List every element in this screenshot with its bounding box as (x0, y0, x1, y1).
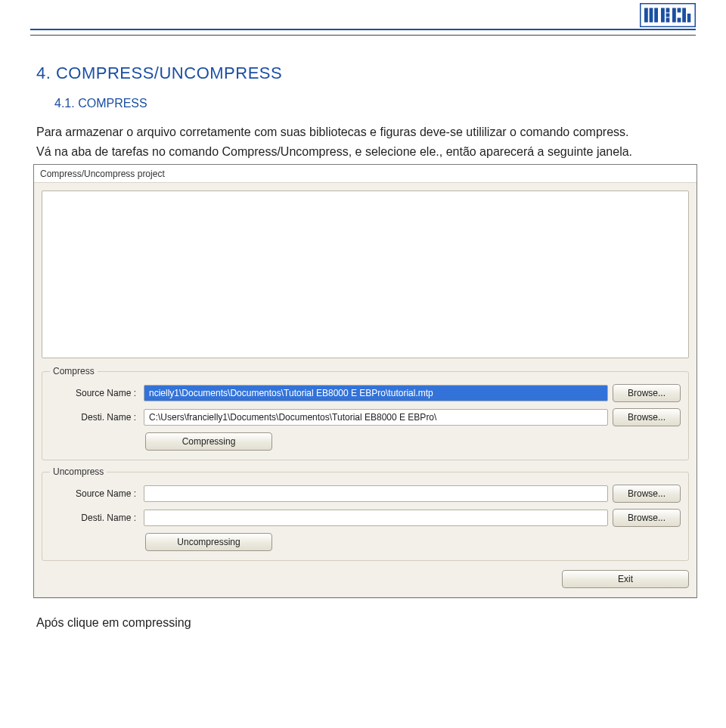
svg-rect-11 (682, 8, 686, 23)
uncompressing-button[interactable]: Uncompressing (145, 533, 272, 551)
body-para-1: Para armazenar o arquivo corretamente co… (36, 124, 690, 141)
dialog-log-panel (42, 191, 689, 358)
uncompress-source-browse-button[interactable]: Browse... (613, 485, 681, 503)
svg-rect-9 (678, 8, 681, 13)
weg-logo (640, 3, 696, 30)
svg-rect-5 (666, 8, 670, 13)
section-compress: Compress Source Name : ncielly1\Document… (42, 366, 689, 460)
heading-main: 4. COMPRESS/UNCOMPRESS (36, 64, 690, 83)
svg-rect-10 (678, 18, 681, 23)
uncompress-dest-browse-button[interactable]: Browse... (613, 509, 681, 527)
compress-dest-label: Desti. Name : (50, 412, 139, 423)
header-rule-gray (30, 35, 696, 36)
body-para-2: Vá na aba de tarefas no comando Compress… (36, 144, 690, 160)
svg-rect-7 (666, 18, 670, 23)
compress-dest-browse-button[interactable]: Browse... (613, 408, 681, 426)
post-text: Após clique em compressing (36, 616, 690, 630)
section-uncompress-legend: Uncompress (50, 466, 107, 477)
compress-source-input[interactable]: ncielly1\Documents\Documentos\Tutorial E… (144, 385, 608, 401)
svg-rect-1 (644, 8, 648, 23)
uncompress-source-input[interactable] (144, 485, 608, 502)
exit-button[interactable]: Exit (562, 570, 689, 588)
uncompress-dest-input[interactable] (144, 510, 608, 526)
heading-sub: 4.1. COMPRESS (54, 97, 690, 110)
section-uncompress: Uncompress Source Name : Browse... Desti… (42, 466, 689, 561)
svg-rect-4 (661, 8, 665, 23)
svg-rect-2 (650, 8, 653, 23)
section-compress-legend: Compress (50, 366, 98, 376)
svg-rect-3 (654, 8, 658, 23)
header-rule-blue (30, 29, 696, 30)
uncompress-source-label: Source Name : (50, 488, 139, 499)
dialog-compress-uncompress: Compress/Uncompress project Compress Sou… (33, 164, 697, 598)
compress-source-label: Source Name : (50, 388, 139, 398)
svg-rect-6 (666, 14, 670, 17)
svg-rect-8 (672, 8, 676, 23)
svg-rect-12 (687, 14, 691, 23)
compress-source-browse-button[interactable]: Browse... (613, 384, 681, 402)
uncompress-dest-label: Desti. Name : (50, 513, 139, 523)
dialog-title: Compress/Uncompress project (34, 165, 697, 183)
compressing-button[interactable]: Compressing (145, 432, 272, 451)
compress-dest-input[interactable]: C:\Users\francielly1\Documents\Documento… (144, 409, 608, 426)
